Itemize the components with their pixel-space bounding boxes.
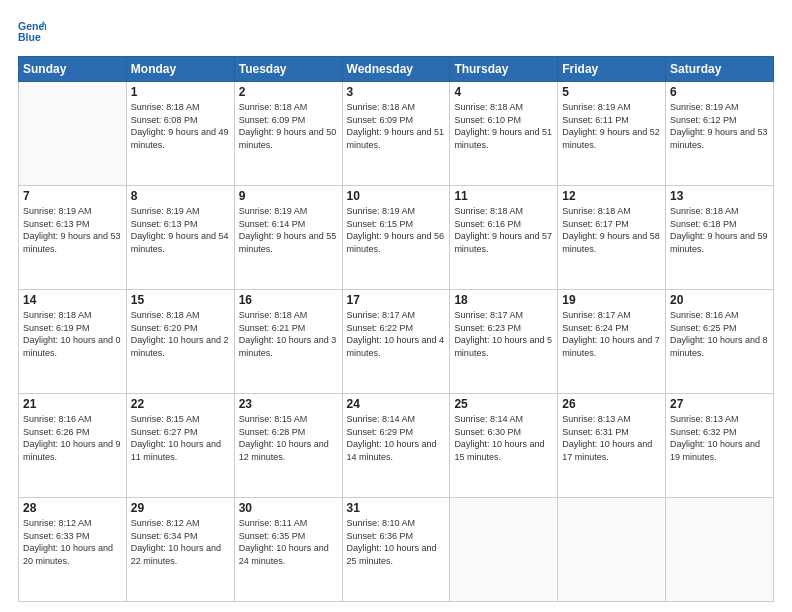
day-info: Sunrise: 8:18 AMSunset: 6:09 PMDaylight:… [347, 101, 446, 151]
day-info: Sunrise: 8:10 AMSunset: 6:36 PMDaylight:… [347, 517, 446, 567]
day-number: 28 [23, 501, 122, 515]
week-row-4: 21Sunrise: 8:16 AMSunset: 6:26 PMDayligh… [19, 394, 774, 498]
day-info: Sunrise: 8:19 AMSunset: 6:11 PMDaylight:… [562, 101, 661, 151]
day-number: 14 [23, 293, 122, 307]
day-info: Sunrise: 8:18 AMSunset: 6:17 PMDaylight:… [562, 205, 661, 255]
day-number: 11 [454, 189, 553, 203]
calendar-cell: 16Sunrise: 8:18 AMSunset: 6:21 PMDayligh… [234, 290, 342, 394]
day-info: Sunrise: 8:19 AMSunset: 6:13 PMDaylight:… [131, 205, 230, 255]
calendar-cell: 2Sunrise: 8:18 AMSunset: 6:09 PMDaylight… [234, 82, 342, 186]
day-number: 18 [454, 293, 553, 307]
calendar-cell: 26Sunrise: 8:13 AMSunset: 6:31 PMDayligh… [558, 394, 666, 498]
calendar-cell: 29Sunrise: 8:12 AMSunset: 6:34 PMDayligh… [126, 498, 234, 602]
day-info: Sunrise: 8:16 AMSunset: 6:25 PMDaylight:… [670, 309, 769, 359]
weekday-friday: Friday [558, 57, 666, 82]
calendar-cell: 24Sunrise: 8:14 AMSunset: 6:29 PMDayligh… [342, 394, 450, 498]
day-info: Sunrise: 8:15 AMSunset: 6:28 PMDaylight:… [239, 413, 338, 463]
day-number: 20 [670, 293, 769, 307]
calendar-table: SundayMondayTuesdayWednesdayThursdayFrid… [18, 56, 774, 602]
calendar-cell: 31Sunrise: 8:10 AMSunset: 6:36 PMDayligh… [342, 498, 450, 602]
day-info: Sunrise: 8:18 AMSunset: 6:21 PMDaylight:… [239, 309, 338, 359]
day-number: 19 [562, 293, 661, 307]
day-number: 6 [670, 85, 769, 99]
day-number: 9 [239, 189, 338, 203]
calendar-cell: 8Sunrise: 8:19 AMSunset: 6:13 PMDaylight… [126, 186, 234, 290]
day-number: 15 [131, 293, 230, 307]
week-row-5: 28Sunrise: 8:12 AMSunset: 6:33 PMDayligh… [19, 498, 774, 602]
calendar-cell: 20Sunrise: 8:16 AMSunset: 6:25 PMDayligh… [666, 290, 774, 394]
calendar-cell: 14Sunrise: 8:18 AMSunset: 6:19 PMDayligh… [19, 290, 127, 394]
calendar-cell: 28Sunrise: 8:12 AMSunset: 6:33 PMDayligh… [19, 498, 127, 602]
weekday-sunday: Sunday [19, 57, 127, 82]
day-info: Sunrise: 8:14 AMSunset: 6:29 PMDaylight:… [347, 413, 446, 463]
day-info: Sunrise: 8:18 AMSunset: 6:18 PMDaylight:… [670, 205, 769, 255]
weekday-wednesday: Wednesday [342, 57, 450, 82]
calendar-cell: 18Sunrise: 8:17 AMSunset: 6:23 PMDayligh… [450, 290, 558, 394]
calendar-cell: 11Sunrise: 8:18 AMSunset: 6:16 PMDayligh… [450, 186, 558, 290]
logo: General Blue [18, 18, 50, 46]
day-info: Sunrise: 8:12 AMSunset: 6:34 PMDaylight:… [131, 517, 230, 567]
calendar-cell: 9Sunrise: 8:19 AMSunset: 6:14 PMDaylight… [234, 186, 342, 290]
calendar-cell: 25Sunrise: 8:14 AMSunset: 6:30 PMDayligh… [450, 394, 558, 498]
logo-icon: General Blue [18, 18, 46, 46]
day-number: 23 [239, 397, 338, 411]
day-info: Sunrise: 8:18 AMSunset: 6:10 PMDaylight:… [454, 101, 553, 151]
calendar-cell: 3Sunrise: 8:18 AMSunset: 6:09 PMDaylight… [342, 82, 450, 186]
day-number: 22 [131, 397, 230, 411]
calendar-cell: 19Sunrise: 8:17 AMSunset: 6:24 PMDayligh… [558, 290, 666, 394]
day-number: 8 [131, 189, 230, 203]
day-number: 30 [239, 501, 338, 515]
day-number: 3 [347, 85, 446, 99]
weekday-thursday: Thursday [450, 57, 558, 82]
day-number: 1 [131, 85, 230, 99]
day-info: Sunrise: 8:12 AMSunset: 6:33 PMDaylight:… [23, 517, 122, 567]
weekday-tuesday: Tuesday [234, 57, 342, 82]
page: General Blue SundayMondayTuesdayWednesda… [0, 0, 792, 612]
day-info: Sunrise: 8:17 AMSunset: 6:22 PMDaylight:… [347, 309, 446, 359]
day-number: 10 [347, 189, 446, 203]
day-info: Sunrise: 8:13 AMSunset: 6:32 PMDaylight:… [670, 413, 769, 463]
calendar-cell: 13Sunrise: 8:18 AMSunset: 6:18 PMDayligh… [666, 186, 774, 290]
day-number: 2 [239, 85, 338, 99]
header: General Blue [18, 18, 774, 46]
day-number: 17 [347, 293, 446, 307]
day-info: Sunrise: 8:18 AMSunset: 6:20 PMDaylight:… [131, 309, 230, 359]
calendar-cell: 4Sunrise: 8:18 AMSunset: 6:10 PMDaylight… [450, 82, 558, 186]
calendar-cell: 7Sunrise: 8:19 AMSunset: 6:13 PMDaylight… [19, 186, 127, 290]
day-number: 31 [347, 501, 446, 515]
calendar-cell: 21Sunrise: 8:16 AMSunset: 6:26 PMDayligh… [19, 394, 127, 498]
day-info: Sunrise: 8:13 AMSunset: 6:31 PMDaylight:… [562, 413, 661, 463]
day-number: 5 [562, 85, 661, 99]
day-number: 24 [347, 397, 446, 411]
svg-text:Blue: Blue [18, 31, 41, 43]
calendar-cell: 6Sunrise: 8:19 AMSunset: 6:12 PMDaylight… [666, 82, 774, 186]
day-info: Sunrise: 8:17 AMSunset: 6:23 PMDaylight:… [454, 309, 553, 359]
calendar-cell: 5Sunrise: 8:19 AMSunset: 6:11 PMDaylight… [558, 82, 666, 186]
day-info: Sunrise: 8:11 AMSunset: 6:35 PMDaylight:… [239, 517, 338, 567]
day-info: Sunrise: 8:15 AMSunset: 6:27 PMDaylight:… [131, 413, 230, 463]
day-number: 12 [562, 189, 661, 203]
day-info: Sunrise: 8:19 AMSunset: 6:15 PMDaylight:… [347, 205, 446, 255]
calendar-cell [558, 498, 666, 602]
day-info: Sunrise: 8:14 AMSunset: 6:30 PMDaylight:… [454, 413, 553, 463]
week-row-1: 1Sunrise: 8:18 AMSunset: 6:08 PMDaylight… [19, 82, 774, 186]
day-number: 21 [23, 397, 122, 411]
day-number: 26 [562, 397, 661, 411]
week-row-3: 14Sunrise: 8:18 AMSunset: 6:19 PMDayligh… [19, 290, 774, 394]
calendar-cell: 1Sunrise: 8:18 AMSunset: 6:08 PMDaylight… [126, 82, 234, 186]
calendar-cell: 23Sunrise: 8:15 AMSunset: 6:28 PMDayligh… [234, 394, 342, 498]
day-info: Sunrise: 8:19 AMSunset: 6:13 PMDaylight:… [23, 205, 122, 255]
day-number: 27 [670, 397, 769, 411]
calendar-cell: 10Sunrise: 8:19 AMSunset: 6:15 PMDayligh… [342, 186, 450, 290]
calendar-cell [666, 498, 774, 602]
day-number: 4 [454, 85, 553, 99]
calendar-cell: 22Sunrise: 8:15 AMSunset: 6:27 PMDayligh… [126, 394, 234, 498]
day-info: Sunrise: 8:16 AMSunset: 6:26 PMDaylight:… [23, 413, 122, 463]
day-number: 13 [670, 189, 769, 203]
calendar-cell: 27Sunrise: 8:13 AMSunset: 6:32 PMDayligh… [666, 394, 774, 498]
calendar-cell [19, 82, 127, 186]
calendar-cell: 30Sunrise: 8:11 AMSunset: 6:35 PMDayligh… [234, 498, 342, 602]
day-info: Sunrise: 8:18 AMSunset: 6:19 PMDaylight:… [23, 309, 122, 359]
day-number: 7 [23, 189, 122, 203]
calendar-cell: 15Sunrise: 8:18 AMSunset: 6:20 PMDayligh… [126, 290, 234, 394]
